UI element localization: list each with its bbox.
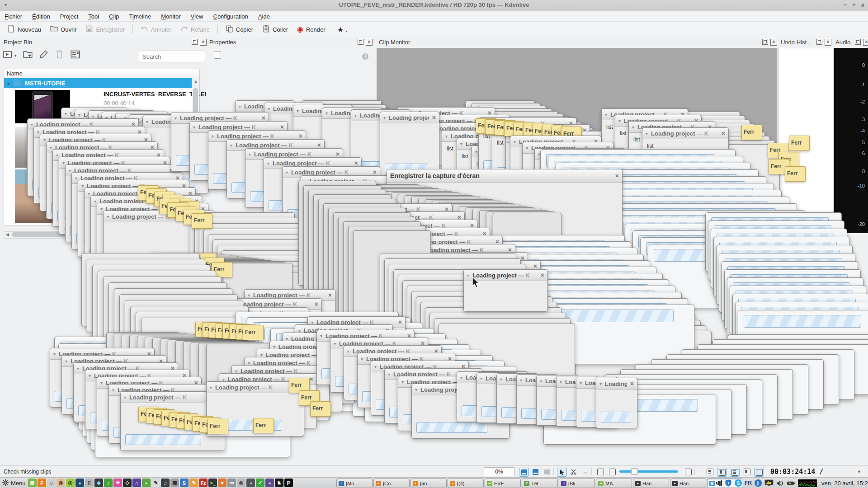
eye-icon[interactable]: ◉ bbox=[57, 479, 65, 487]
close-panel-icon[interactable]: × bbox=[825, 39, 831, 46]
dialog-close-icon[interactable]: × bbox=[262, 114, 265, 122]
dialog-close-icon[interactable]: × bbox=[354, 160, 358, 167]
collapse-triangle-icon[interactable]: ▾ bbox=[347, 349, 349, 354]
collapse-triangle-icon[interactable]: ▾ bbox=[383, 115, 386, 120]
dialog-close-icon[interactable]: × bbox=[328, 291, 332, 299]
dialog-titlebar[interactable]: ▾Loading project — K× bbox=[642, 128, 728, 139]
nouveau-button[interactable]: Nouveau bbox=[4, 23, 45, 36]
menu-item-tool[interactable]: Tool bbox=[88, 13, 99, 20]
taskbar-window-button[interactable]: ▸Han... bbox=[670, 479, 706, 488]
notes-icon[interactable]: ✎ bbox=[189, 479, 198, 487]
sublime-icon[interactable]: S bbox=[180, 479, 189, 487]
tool-razor-icon[interactable] bbox=[569, 468, 578, 476]
favorite-effects-button[interactable]: ★▾ bbox=[334, 23, 351, 36]
skype-icon[interactable]: S bbox=[735, 479, 742, 487]
float-panel-icon[interactable] bbox=[855, 39, 861, 45]
collapse-triangle-icon[interactable]: ▾ bbox=[56, 153, 58, 158]
taskbar-window-button[interactable]: ●[Co... bbox=[373, 479, 410, 488]
close-panel-icon[interactable]: × bbox=[770, 39, 777, 46]
chevron-down-icon[interactable]: ▾ bbox=[14, 53, 17, 58]
timeline-zoom-slider[interactable] bbox=[619, 470, 678, 473]
zoom-one-icon[interactable] bbox=[684, 468, 693, 476]
bluetooth-icon[interactable]: ᛒ bbox=[755, 479, 762, 487]
collapse-triangle-icon[interactable]: ▾ bbox=[514, 139, 516, 144]
collapse-triangle-icon[interactable]: ▾ bbox=[326, 111, 328, 116]
edit-clip-button[interactable] bbox=[39, 50, 48, 61]
dialog-close-icon[interactable]: × bbox=[315, 300, 318, 308]
collapse-triangle-icon[interactable]: ▾ bbox=[618, 118, 621, 123]
scroll-left-icon[interactable]: ◀ bbox=[4, 232, 11, 238]
float-panel-icon[interactable] bbox=[192, 39, 198, 45]
dialog-close-icon[interactable]: × bbox=[630, 380, 634, 387]
menu-item-clip[interactable]: Clip bbox=[109, 13, 119, 20]
display-icon[interactable] bbox=[764, 479, 774, 487]
taskbar-window-button[interactable]: ●[(4) ... bbox=[448, 479, 484, 488]
menu-item-monitor[interactable]: Monitor bbox=[161, 13, 180, 20]
float-panel-icon[interactable] bbox=[762, 39, 768, 45]
taskbar-window-button[interactable]: ▰MA... bbox=[596, 479, 632, 488]
collapse-triangle-icon[interactable]: ▾ bbox=[112, 388, 114, 393]
pen-icon[interactable]: ✎ bbox=[151, 479, 160, 487]
security-shield-icon[interactable]: i bbox=[725, 479, 732, 487]
collapse-triangle-icon[interactable]: ▾ bbox=[286, 336, 288, 341]
collapse-triangle-icon[interactable]: ▾ bbox=[65, 111, 67, 116]
collapse-triangle-icon[interactable]: ▾ bbox=[212, 134, 214, 139]
view-mode-button[interactable] bbox=[71, 50, 80, 61]
menu-item-aide[interactable]: Aide bbox=[258, 13, 270, 20]
collapse-triangle-icon[interactable]: ▾ bbox=[460, 141, 462, 146]
collapse-triangle-icon[interactable]: ▾ bbox=[401, 380, 404, 385]
dialog-close-icon[interactable]: × bbox=[398, 319, 402, 326]
collapse-triangle-icon[interactable]: ▾ bbox=[175, 116, 177, 121]
edit-mode-overwrite-icon[interactable] bbox=[531, 468, 540, 476]
collapse-triangle-icon[interactable]: ▾ bbox=[388, 372, 390, 377]
color-wheel-icon[interactable]: ✳ bbox=[113, 479, 122, 487]
window-titlebar[interactable]: ▾ UTOPIE_FEVE_mstr_RENDER.kdenlive / HD … bbox=[0, 0, 868, 11]
dialog-titlebar[interactable]: Enregistrer la capture d'écran× bbox=[387, 169, 622, 183]
tool-select-icon[interactable] bbox=[557, 468, 567, 477]
power-icon[interactable] bbox=[787, 480, 795, 486]
taskbar-window-button[interactable]: ♪[Mo... bbox=[336, 479, 373, 488]
collapse-triangle-icon[interactable]: ▾ bbox=[599, 381, 602, 386]
terminal-icon[interactable]: >_ bbox=[208, 479, 217, 487]
expand-triangle-icon[interactable]: ▸ bbox=[8, 81, 10, 86]
dialog-close-icon[interactable]: × bbox=[722, 130, 725, 137]
dialog-close-icon[interactable]: × bbox=[432, 114, 436, 121]
minimize-button[interactable]: − bbox=[844, 1, 847, 8]
archive-icon[interactable]: ▭ bbox=[227, 479, 236, 487]
collapse-triangle-icon[interactable]: ▾ bbox=[92, 114, 94, 119]
collapse-triangle-icon[interactable]: ▾ bbox=[193, 125, 195, 130]
radio-icon[interactable]: ♫ bbox=[161, 479, 170, 487]
audio-monitor-icon[interactable] bbox=[798, 479, 817, 487]
collapse-triangle-icon[interactable]: ▾ bbox=[632, 125, 634, 130]
edit-mode-normal-icon[interactable] bbox=[519, 468, 529, 477]
unity-icon[interactable]: ◇ bbox=[123, 479, 132, 487]
collapse-triangle-icon[interactable]: ▾ bbox=[267, 161, 269, 166]
window-menu-icon[interactable]: ▾ bbox=[5, 2, 7, 7]
warning-popup[interactable]: Ferr bbox=[243, 325, 264, 340]
firefox-icon[interactable]: F bbox=[38, 479, 46, 487]
close-panel-icon[interactable]: × bbox=[366, 39, 373, 46]
close-panel-icon[interactable]: × bbox=[200, 39, 207, 46]
collapse-triangle-icon[interactable]: ▾ bbox=[540, 379, 542, 384]
close-button[interactable]: x bbox=[861, 1, 864, 8]
dialog-close-icon[interactable]: × bbox=[280, 123, 284, 131]
collapse-triangle-icon[interactable]: ▾ bbox=[361, 357, 363, 361]
collapse-triangle-icon[interactable]: ▾ bbox=[43, 137, 46, 142]
collapse-triangle-icon[interactable]: ▾ bbox=[78, 113, 80, 117]
collapse-triangle-icon[interactable]: ▾ bbox=[526, 145, 528, 150]
track-height-icon[interactable] bbox=[705, 468, 714, 476]
edit-mode-insert-icon[interactable] bbox=[542, 468, 552, 476]
search-input[interactable] bbox=[139, 51, 205, 62]
float-panel-icon[interactable] bbox=[358, 39, 363, 45]
disk-icon[interactable]: ◉ bbox=[237, 479, 245, 487]
collapse-triangle-icon[interactable]: ▾ bbox=[500, 377, 502, 382]
dialog-close-icon[interactable]: × bbox=[615, 172, 619, 179]
collapse-triangle-icon[interactable]: ▾ bbox=[249, 152, 251, 157]
copier-button[interactable]: Copier bbox=[222, 23, 257, 36]
collapse-triangle-icon[interactable]: ▾ bbox=[273, 344, 275, 349]
collapse-triangle-icon[interactable]: ▾ bbox=[415, 387, 417, 392]
menu-item-fichier[interactable]: Fichier bbox=[5, 13, 22, 20]
scroll-up-icon[interactable]: ▲ bbox=[192, 78, 199, 84]
music-icon[interactable]: ♪ bbox=[104, 479, 113, 487]
app-menu-button[interactable]: Menu bbox=[2, 478, 26, 488]
